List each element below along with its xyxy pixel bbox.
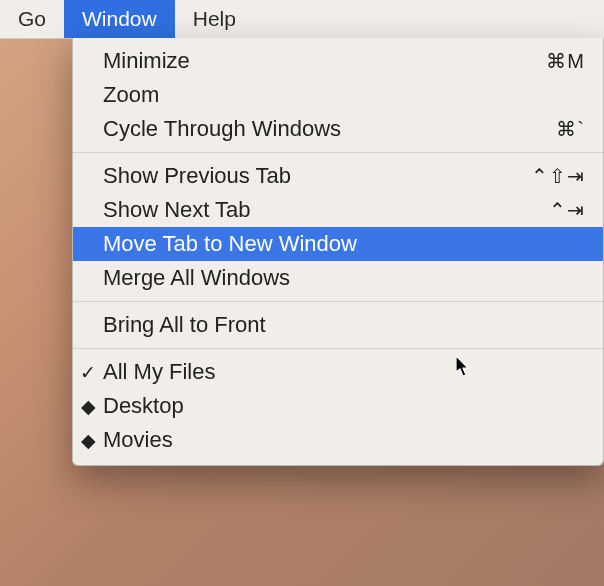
menubar-item-window[interactable]: Window xyxy=(64,0,175,38)
menu-label: Show Next Tab xyxy=(103,197,505,223)
menu-separator xyxy=(73,152,603,153)
menu-item-move-tab-to-new-window[interactable]: Move Tab to New Window xyxy=(73,227,603,261)
menu-item-all-my-files[interactable]: ✓ All My Files xyxy=(73,355,603,389)
menu-separator xyxy=(73,348,603,349)
menu-label: Minimize xyxy=(103,48,505,74)
menu-label: Bring All to Front xyxy=(103,312,505,338)
diamond-icon: ◆ xyxy=(73,429,103,452)
menu-shortcut: ⌃⇥ xyxy=(505,198,585,222)
window-menu-dropdown: Minimize ⌘M Zoom Cycle Through Windows ⌘… xyxy=(72,38,604,466)
menubar: Go Window Help xyxy=(0,0,604,39)
menu-shortcut: ⌘` xyxy=(505,117,585,141)
menu-label: Merge All Windows xyxy=(103,265,505,291)
menu-label: Show Previous Tab xyxy=(103,163,505,189)
menu-label: Movies xyxy=(103,427,505,453)
menubar-item-go[interactable]: Go xyxy=(0,0,64,38)
menu-item-show-previous-tab[interactable]: Show Previous Tab ⌃⇧⇥ xyxy=(73,159,603,193)
menu-item-desktop[interactable]: ◆ Desktop xyxy=(73,389,603,423)
menubar-item-help[interactable]: Help xyxy=(175,0,254,38)
menu-item-merge-all-windows[interactable]: Merge All Windows xyxy=(73,261,603,295)
menu-item-movies[interactable]: ◆ Movies xyxy=(73,423,603,457)
menu-label: All My Files xyxy=(103,359,505,385)
menu-separator xyxy=(73,301,603,302)
menu-item-show-next-tab[interactable]: Show Next Tab ⌃⇥ xyxy=(73,193,603,227)
menu-label: Move Tab to New Window xyxy=(103,231,505,257)
menu-item-bring-all-to-front[interactable]: Bring All to Front xyxy=(73,308,603,342)
checkmark-icon: ✓ xyxy=(73,361,103,384)
menu-label: Cycle Through Windows xyxy=(103,116,505,142)
menu-item-cycle-windows[interactable]: Cycle Through Windows ⌘` xyxy=(73,112,603,146)
menu-label: Zoom xyxy=(103,82,505,108)
menu-label: Desktop xyxy=(103,393,505,419)
diamond-icon: ◆ xyxy=(73,395,103,418)
menu-shortcut: ⌘M xyxy=(505,49,585,73)
menu-item-minimize[interactable]: Minimize ⌘M xyxy=(73,44,603,78)
menu-shortcut: ⌃⇧⇥ xyxy=(505,164,585,188)
menu-item-zoom[interactable]: Zoom xyxy=(73,78,603,112)
